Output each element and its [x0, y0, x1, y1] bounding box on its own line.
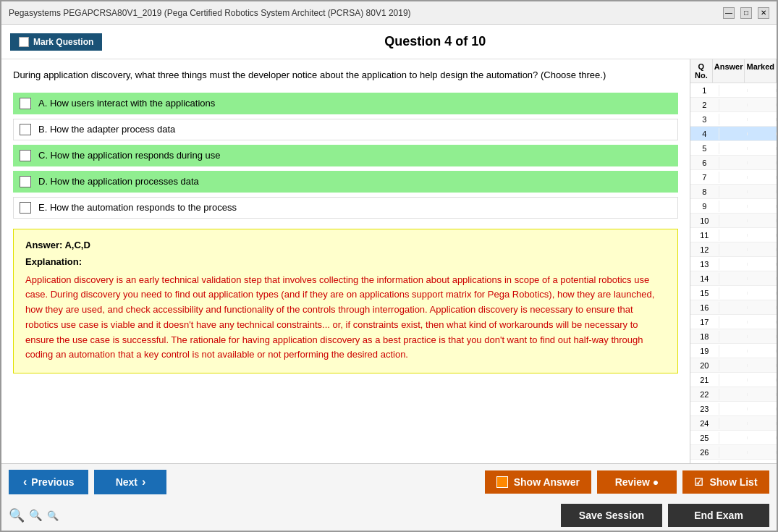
sidebar-row-8[interactable]: 8 — [690, 185, 777, 199]
show-answer-button[interactable]: Show Answer — [485, 470, 591, 494]
sidebar-row-19[interactable]: 19 — [690, 344, 777, 358]
sidebar-cell-answer — [719, 379, 748, 381]
option-d[interactable]: D. How the application processes data — [13, 171, 678, 193]
sidebar-cell-num: 5 — [690, 143, 719, 154]
sidebar-cell-num: 26 — [690, 447, 719, 458]
next-button[interactable]: Next › — [94, 470, 166, 494]
sidebar-cell-answer — [719, 147, 748, 150]
show-list-check-icon: ☑ — [694, 476, 703, 488]
sidebar-row-20[interactable]: 20 — [690, 358, 777, 373]
option-d-checkbox[interactable] — [20, 176, 31, 187]
sidebar-cell-marked — [748, 393, 777, 396]
question-area: During application discovery, what three… — [1, 59, 690, 463]
option-c-text: C. How the application responds during u… — [38, 150, 220, 161]
sidebar-cell-marked — [748, 321, 777, 324]
option-c[interactable]: C. How the application responds during u… — [13, 145, 678, 166]
toolbar: Mark Question Question 4 of 10 — [1, 25, 777, 59]
option-e[interactable]: E. How the automation responds to the pr… — [13, 197, 678, 219]
option-a-checkbox[interactable] — [20, 98, 31, 109]
mark-question-button[interactable]: Mark Question — [10, 33, 102, 51]
question-list-sidebar: Q No. Answer Marked 1 2 3 4 5 6 — [690, 59, 777, 463]
sidebar-row-1[interactable]: 1 — [690, 83, 777, 98]
option-e-text: E. How the automation responds to the pr… — [38, 202, 237, 213]
maximize-button[interactable]: □ — [740, 7, 752, 19]
nav-row: ‹ Previous Next › Show Answer Review ● ☑… — [1, 464, 777, 500]
sidebar-cell-answer — [719, 422, 748, 425]
sidebar-row-10[interactable]: 10 — [690, 214, 777, 228]
sidebar-row-18[interactable]: 18 — [690, 329, 777, 344]
sidebar-row-7[interactable]: 7 — [690, 170, 777, 185]
close-button[interactable]: ✕ — [758, 7, 769, 19]
sidebar-cell-answer — [719, 292, 748, 295]
sidebar-row-22[interactable]: 22 — [690, 387, 777, 402]
sidebar-row-15[interactable]: 15 — [690, 286, 777, 300]
sidebar-row-24[interactable]: 24 — [690, 416, 777, 431]
mark-checkbox-icon — [19, 37, 29, 47]
zoom-out-button[interactable]: 🔍 — [47, 510, 59, 521]
sidebar-row-3[interactable]: 3 — [690, 112, 777, 127]
sidebar-row-5[interactable]: 5 — [690, 141, 777, 156]
sidebar-cell-marked — [748, 379, 777, 381]
sidebar-cell-num: 24 — [690, 418, 719, 429]
review-button[interactable]: Review ● — [597, 470, 677, 494]
sidebar-row-17[interactable]: 17 — [690, 315, 777, 329]
sidebar-cell-num: 22 — [690, 389, 719, 400]
sidebar-row-12[interactable]: 12 — [690, 242, 777, 257]
main-window: Pegasystems PEGAPCRSA80V1_2019 (Pega Cer… — [0, 0, 778, 532]
option-e-checkbox[interactable] — [20, 202, 31, 214]
sidebar-row-13[interactable]: 13 — [690, 257, 777, 271]
sidebar-cell-marked — [748, 408, 777, 410]
sidebar-cell-marked — [748, 350, 777, 352]
show-answer-icon — [496, 476, 508, 488]
sidebar-cell-answer — [719, 89, 748, 92]
sidebar-row-9[interactable]: 9 — [690, 199, 777, 214]
sidebar-cell-marked — [748, 292, 777, 295]
sidebar-row-6[interactable]: 6 — [690, 156, 777, 170]
sidebar-row-4[interactable]: 4 — [690, 127, 777, 141]
option-a[interactable]: A. How users interact with the applicati… — [13, 93, 678, 114]
option-b[interactable]: B. How the adapter process data — [13, 119, 678, 140]
review-label: Review — [615, 476, 650, 488]
save-session-button[interactable]: Save Session — [561, 504, 662, 527]
sidebar-cell-answer — [719, 248, 748, 251]
sidebar-header-marked: Marked — [745, 59, 777, 83]
option-b-checkbox[interactable] — [20, 124, 31, 135]
sidebar-cell-num: 25 — [690, 432, 719, 444]
minimize-button[interactable]: — — [723, 7, 735, 19]
previous-button[interactable]: ‹ Previous — [9, 470, 88, 494]
end-exam-button[interactable]: End Exam — [668, 504, 769, 527]
sidebar-row-11[interactable]: 11 — [690, 228, 777, 242]
sidebar-cell-num: 6 — [690, 157, 719, 169]
sidebar-cell-answer — [719, 263, 748, 266]
bottom-bar: ‹ Previous Next › Show Answer Review ● ☑… — [1, 463, 777, 531]
sidebar-cell-answer — [719, 408, 748, 410]
show-list-button[interactable]: ☑ Show List — [682, 470, 769, 494]
sidebar-cell-marked — [748, 89, 777, 92]
answer-label: Answer: A,C,D — [25, 240, 666, 250]
option-a-text: A. How users interact with the applicati… — [38, 98, 215, 109]
sidebar-cell-marked — [748, 364, 777, 367]
review-extra: ● — [653, 476, 659, 488]
option-c-checkbox[interactable] — [20, 150, 31, 161]
sidebar-cell-num: 4 — [690, 128, 719, 140]
sidebar-row-26[interactable]: 26 — [690, 445, 777, 460]
sidebar-cell-answer — [719, 104, 748, 106]
option-d-text: D. How the application processes data — [38, 176, 199, 187]
sidebar-row-14[interactable]: 14 — [690, 271, 777, 286]
sidebar-row-25[interactable]: 25 — [690, 431, 777, 445]
sidebar-row-2[interactable]: 2 — [690, 98, 777, 112]
next-arrow-icon: › — [142, 476, 145, 489]
action-row: 🔍 🔍 🔍 Save Session End Exam — [1, 500, 777, 531]
sidebar-cell-num: 15 — [690, 287, 719, 299]
sidebar-cell-answer — [719, 393, 748, 396]
title-bar: Pegasystems PEGAPCRSA80V1_2019 (Pega Cer… — [1, 1, 777, 25]
zoom-normal-button[interactable]: 🔍 — [29, 509, 43, 522]
sidebar-row-21[interactable]: 21 — [690, 373, 777, 387]
sidebar-cell-answer — [719, 277, 748, 280]
zoom-in-button[interactable]: 🔍 — [9, 507, 25, 523]
sidebar-row-16[interactable]: 16 — [690, 300, 777, 315]
sidebar-row-23[interactable]: 23 — [690, 402, 777, 416]
sidebar-cell-num: 12 — [690, 244, 719, 256]
sidebar-cell-answer — [719, 132, 748, 135]
sidebar-cell-num: 11 — [690, 229, 719, 241]
